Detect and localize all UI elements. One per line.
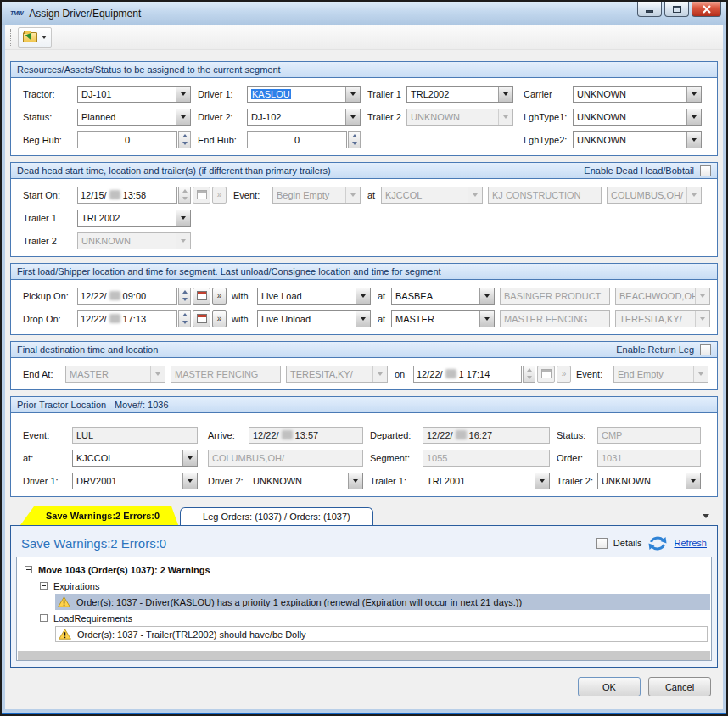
enable-deadhead-checkbox[interactable] bbox=[700, 165, 711, 176]
toolbar-drag-handle bbox=[10, 29, 14, 46]
endhub-value[interactable]: 0 bbox=[247, 131, 347, 148]
dropdown-arrow-icon[interactable] bbox=[356, 288, 370, 304]
beghub-value[interactable]: 0 bbox=[77, 131, 177, 148]
starton-label: Start On: bbox=[23, 190, 77, 200]
drop-location-code-combobox[interactable]: MASTER bbox=[391, 310, 495, 327]
more-dates-button[interactable]: » bbox=[212, 310, 227, 327]
dropdown-arrow-icon[interactable] bbox=[535, 473, 549, 489]
driver1-combobox[interactable]: KASLOU bbox=[247, 86, 361, 103]
cancel-button[interactable]: Cancel bbox=[648, 677, 711, 696]
pickup-date-value[interactable]: 12/22/09:00 bbox=[77, 288, 177, 305]
deadhead-city-combobox: COLUMBUS,OH/ bbox=[607, 187, 702, 204]
horizontal-scrollbar[interactable] bbox=[18, 651, 710, 660]
spinner-arrows-icon[interactable] bbox=[178, 131, 191, 148]
enable-return-leg-checkbox[interactable] bbox=[700, 344, 711, 355]
tree-node-move[interactable]: Move 1043 (Order(s) 1037): 2 Warnings bbox=[17, 562, 711, 578]
dropdown-arrow-icon bbox=[693, 366, 708, 382]
drop-event-combobox[interactable]: Live Unload bbox=[257, 310, 371, 327]
dropdown-arrow-icon[interactable] bbox=[176, 109, 190, 125]
deadhead-trailer1-combobox[interactable]: TRL2002 bbox=[77, 210, 191, 227]
collapse-icon[interactable] bbox=[40, 614, 48, 622]
dropdown-arrow-icon[interactable] bbox=[182, 450, 197, 466]
dropdown-arrow-icon[interactable] bbox=[686, 87, 701, 102]
dropdown-arrow-icon[interactable] bbox=[348, 473, 362, 489]
pickup-datetime[interactable]: 12/22/09:00 » bbox=[77, 288, 227, 305]
tab-save-warnings[interactable]: Save Warnings:2 Errors:0 bbox=[20, 506, 178, 525]
order-value: 1031 bbox=[597, 450, 701, 467]
prior-driver1-combobox[interactable]: DRV2001 bbox=[72, 473, 198, 489]
prior-city-value: COLUMBUS,OH/ bbox=[208, 450, 363, 467]
tree-node-loadrequirements[interactable]: LoadRequirements bbox=[17, 610, 711, 626]
drop-location-name: MASTER FENCING bbox=[500, 310, 610, 327]
lghtype1-combobox[interactable]: UNKNOWN bbox=[573, 109, 702, 126]
pickup-event-combobox[interactable]: Live Load bbox=[257, 288, 371, 305]
minimize-icon bbox=[646, 10, 653, 13]
maximize-icon bbox=[673, 6, 681, 13]
dropdown-arrow-icon[interactable] bbox=[479, 311, 494, 327]
status-combobox[interactable]: Planned bbox=[77, 109, 191, 126]
maximize-button[interactable] bbox=[664, 2, 689, 17]
tree-node-expirations[interactable]: Expirations bbox=[17, 578, 711, 594]
dropdown-arrow-icon[interactable] bbox=[686, 473, 700, 489]
prior-location-combobox[interactable]: KJCCOL bbox=[72, 450, 198, 467]
deadhead-location-name: KJ CONSTRUCTION bbox=[488, 187, 602, 204]
calendar-button[interactable] bbox=[193, 288, 210, 305]
prior-trailer2-combobox[interactable]: UNKNOWN bbox=[597, 473, 701, 489]
tab-overflow-icon[interactable] bbox=[703, 514, 709, 518]
warning-icon bbox=[59, 629, 71, 640]
drop-at-label: at bbox=[378, 314, 391, 324]
tab-leg-orders[interactable]: Leg Orders: (1037) / Orders: (1037) bbox=[180, 507, 373, 525]
dropdown-arrow-icon[interactable] bbox=[345, 87, 360, 102]
tractor-combobox[interactable]: DJ-101 bbox=[77, 86, 191, 103]
endhub-spinner[interactable]: 0 bbox=[247, 131, 361, 148]
collapse-icon[interactable] bbox=[40, 582, 48, 590]
toolbar-dropdown-icon[interactable] bbox=[42, 36, 47, 39]
dropdown-arrow-icon[interactable] bbox=[498, 87, 512, 102]
dropdown-arrow-icon[interactable] bbox=[182, 473, 197, 489]
driver2-combobox[interactable]: DJ-102 bbox=[247, 109, 361, 126]
refresh-icon[interactable] bbox=[647, 535, 668, 551]
lghtype2-combobox[interactable]: UNKNOWN bbox=[573, 131, 702, 148]
drop-date-value[interactable]: 12/22/17:13 bbox=[77, 310, 177, 327]
details-label: Details bbox=[613, 538, 642, 548]
dropdown-arrow-icon[interactable] bbox=[686, 132, 701, 148]
drop-datetime[interactable]: 12/22/17:13 » bbox=[77, 310, 227, 327]
starton-datetime: 12/15/13:58 » bbox=[77, 187, 227, 204]
dropdown-arrow-icon[interactable] bbox=[176, 87, 190, 102]
pickup-location-name: BASINGER PRODUCT bbox=[500, 288, 610, 305]
dropdown-arrow-icon[interactable] bbox=[356, 311, 370, 327]
deadhead-trailer2-combobox: UNKNOWN bbox=[77, 232, 191, 249]
carrier-combobox[interactable]: UNKNOWN bbox=[573, 86, 702, 103]
prior-driver2-combobox[interactable]: UNKNOWN bbox=[249, 473, 363, 489]
spinner-arrows-icon bbox=[178, 187, 191, 204]
pickup-location-code-combobox[interactable]: BASBEA bbox=[391, 288, 495, 305]
tractor-value: DJ-101 bbox=[78, 89, 176, 99]
dropdown-arrow-icon bbox=[150, 366, 165, 382]
warning-row-loadrequirement[interactable]: Order(s): 1037 - Trailer(TRL2002) should… bbox=[55, 626, 708, 642]
open-assignment-button[interactable] bbox=[18, 27, 52, 48]
more-dates-button[interactable]: » bbox=[212, 288, 227, 305]
calendar-button[interactable] bbox=[193, 310, 210, 327]
dropdown-arrow-icon[interactable] bbox=[686, 109, 701, 125]
dropdown-arrow-icon[interactable] bbox=[176, 210, 190, 226]
prior-trailer2-label: Trailer 2: bbox=[557, 476, 597, 486]
spinner-arrows-icon[interactable] bbox=[178, 288, 191, 305]
close-button[interactable] bbox=[692, 2, 721, 17]
collapse-icon[interactable] bbox=[25, 566, 32, 573]
spinner-arrows-icon[interactable] bbox=[348, 131, 361, 148]
ok-button[interactable]: OK bbox=[578, 677, 641, 696]
dropdown-arrow-icon[interactable] bbox=[345, 109, 360, 125]
tab-leg-orders-label: Leg Orders: (1037) / Orders: (1037) bbox=[203, 512, 350, 522]
status-value: Planned bbox=[78, 112, 176, 122]
spinner-arrows-icon[interactable] bbox=[178, 310, 191, 327]
departed-label: Departed: bbox=[370, 430, 423, 440]
details-checkbox[interactable] bbox=[596, 538, 608, 549]
prior-trailer1-combobox[interactable]: TRL2001 bbox=[423, 473, 550, 489]
beghub-spinner[interactable]: 0 bbox=[77, 131, 191, 148]
warning-row-expiration[interactable]: Order(s): 1037 - Driver(KASLOU) has a pr… bbox=[55, 594, 710, 610]
endat-city-value: TERESITA,KY/ bbox=[287, 369, 372, 379]
dropdown-arrow-icon[interactable] bbox=[479, 288, 494, 304]
minimize-button[interactable] bbox=[637, 2, 662, 17]
refresh-link[interactable]: Refresh bbox=[674, 538, 707, 548]
trailer1-combobox[interactable]: TRL2002 bbox=[406, 86, 513, 103]
